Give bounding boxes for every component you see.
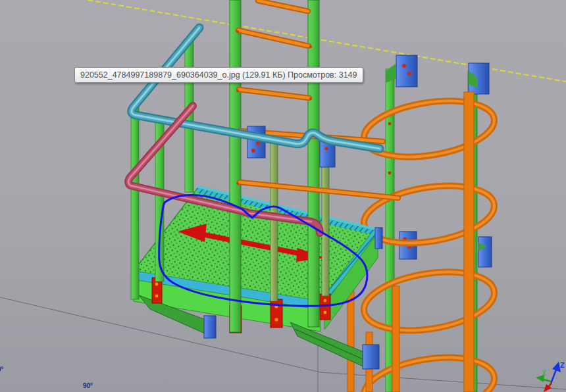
z-axis-label: Z	[560, 361, 565, 369]
wall-plate-right	[363, 345, 379, 369]
x-axis-arrow	[544, 383, 552, 392]
angle-label-left: 0°	[0, 366, 4, 373]
cad-scene: Z	[0, 0, 566, 392]
image-tooltip: 920552_4784997189879_690364039_o.jpg (12…	[74, 67, 363, 83]
y-axis-arrow	[536, 369, 551, 382]
corner-plate-blue	[375, 228, 382, 249]
angle-label-bottom: 90°	[83, 382, 93, 389]
z-axis-arrow: Z	[551, 361, 565, 383]
mid-plate-right-2	[478, 237, 492, 267]
support-gusset-right	[290, 322, 369, 369]
mount-plate-right-1	[396, 55, 417, 87]
wall-plate-left	[204, 316, 216, 338]
cad-image-viewport[interactable]: Z 920552_4784997189879_690364039_o.jpg (…	[0, 0, 566, 392]
